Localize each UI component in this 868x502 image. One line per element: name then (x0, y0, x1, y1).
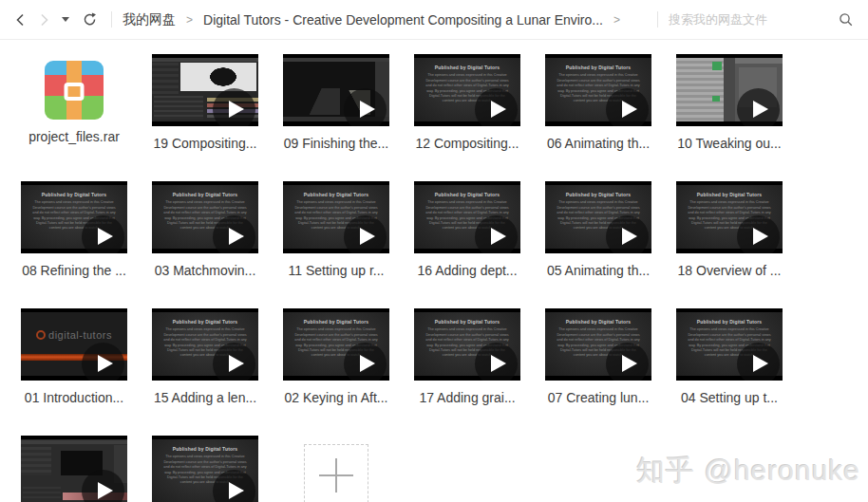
play-icon[interactable] (475, 343, 518, 381)
file-item: 10 Tweaking ou... (676, 54, 783, 152)
play-icon[interactable] (82, 343, 124, 381)
thumb-slide-title: Published by Digital Tutors (21, 192, 127, 197)
play-icon[interactable] (606, 343, 649, 381)
video-thumbnail[interactable]: Published by Digital Tutors The opinions… (545, 308, 651, 381)
play-icon[interactable] (82, 215, 124, 253)
thumb-slide-title: Published by Digital Tutors (283, 319, 389, 325)
file-item (21, 436, 127, 502)
thumb-slide-title: Published by Digital Tutors (283, 192, 389, 197)
rar-buckle (65, 83, 85, 101)
file-label: 04 Setting up t... (676, 390, 783, 405)
file-item (283, 436, 389, 502)
thumb-slide-title: Published by Digital Tutors (414, 319, 520, 325)
thumb-slide-title: Published by Digital Tutors (414, 65, 520, 70)
video-thumbnail[interactable]: Published by Digital Tutors The opinions… (152, 308, 258, 381)
file-label: project_files.rar (21, 129, 127, 144)
video-thumbnail[interactable] (21, 436, 127, 502)
file-label: 15 Adding a len... (152, 390, 258, 405)
thumb-slide-title: Published by Digital Tutors (152, 319, 258, 325)
play-icon[interactable] (213, 343, 255, 381)
file-label: 17 Adding grai... (414, 390, 520, 405)
breadcrumb: 我的网盘 > Digital Tutors - Creative Develop… (123, 11, 631, 28)
video-thumbnail[interactable]: Published by Digital Tutors The opinions… (283, 181, 389, 253)
file-grid: project_files.rar 19 Compositing... (0, 40, 784, 502)
file-item: Published by Digital Tutors The opinions… (545, 54, 651, 152)
video-thumbnail[interactable] (283, 54, 389, 126)
file-item: Published by Digital Tutors The opinions… (152, 436, 258, 502)
file-item: Published by Digital Tutors The opinions… (21, 181, 127, 279)
video-thumbnail[interactable]: Published by Digital Tutors The opinions… (414, 308, 520, 381)
file-label: 07 Creating lun... (545, 390, 651, 405)
file-item: digital-tutors 01 Introduction... (21, 308, 127, 406)
video-thumbnail[interactable]: Published by Digital Tutors The opinions… (414, 181, 520, 253)
file-label: 06 Animating th... (545, 136, 651, 151)
video-thumbnail[interactable]: Published by Digital Tutors The opinions… (545, 181, 651, 253)
history-dropdown-button[interactable] (55, 9, 78, 31)
back-button[interactable] (9, 9, 32, 31)
video-thumbnail[interactable]: digital-tutors (21, 308, 127, 381)
file-label: 08 Refining the ... (21, 263, 127, 278)
file-item: 19 Compositing... (152, 54, 258, 152)
rar-archive-icon[interactable] (45, 61, 104, 120)
video-thumbnail[interactable] (152, 54, 258, 126)
video-thumbnail[interactable]: Published by Digital Tutors The opinions… (152, 436, 258, 502)
thumb-slide-title: Published by Digital Tutors (545, 65, 651, 70)
play-icon[interactable] (606, 88, 649, 126)
play-icon[interactable] (344, 343, 387, 381)
file-item: Published by Digital Tutors The opinions… (545, 308, 651, 406)
top-toolbar: 我的网盘 > Digital Tutors - Creative Develop… (0, 0, 868, 40)
play-icon[interactable] (213, 88, 255, 126)
thumb-slide-title: Published by Digital Tutors (414, 192, 520, 197)
file-item: Published by Digital Tutors The opinions… (676, 308, 783, 406)
forward-button[interactable] (32, 9, 55, 31)
file-label: 05 Animating th... (545, 263, 651, 278)
breadcrumb-separator: > (613, 13, 620, 27)
search-input[interactable] (669, 12, 838, 27)
file-item: Published by Digital Tutors The opinions… (414, 54, 520, 152)
file-label: 01 Introduction... (21, 390, 127, 405)
file-label: 19 Compositing... (152, 136, 258, 151)
chevron-right-icon (36, 12, 51, 28)
toolbar-divider (111, 11, 112, 28)
add-upload-box[interactable] (304, 444, 368, 502)
breadcrumb-root[interactable]: 我的网盘 (123, 11, 176, 28)
play-icon[interactable] (475, 88, 518, 126)
thumb-slide-title: Published by Digital Tutors (152, 446, 258, 452)
file-label: 02 Keying in Aft... (283, 390, 389, 405)
search-icon[interactable] (838, 11, 855, 28)
play-icon[interactable] (344, 215, 387, 253)
video-thumbnail[interactable]: Published by Digital Tutors The opinions… (676, 181, 783, 253)
play-icon[interactable] (606, 215, 649, 253)
thumb-slide-title: Published by Digital Tutors (545, 192, 651, 197)
video-thumbnail[interactable]: Published by Digital Tutors The opinions… (283, 308, 389, 381)
refresh-icon (82, 11, 98, 28)
video-thumbnail[interactable]: Published by Digital Tutors The opinions… (414, 54, 520, 126)
video-thumbnail[interactable]: Published by Digital Tutors The opinions… (676, 308, 783, 381)
refresh-button[interactable] (78, 9, 101, 31)
file-item: Published by Digital Tutors The opinions… (152, 308, 258, 406)
file-item: Published by Digital Tutors The opinions… (545, 181, 651, 279)
thumb-slide-title: Published by Digital Tutors (676, 192, 783, 197)
play-icon[interactable] (737, 343, 780, 381)
video-thumbnail[interactable]: Published by Digital Tutors The opinions… (21, 181, 127, 253)
video-thumbnail[interactable]: Published by Digital Tutors The opinions… (152, 181, 258, 253)
file-label: 11 Setting up r... (283, 263, 389, 278)
file-item: Published by Digital Tutors The opinions… (414, 181, 520, 279)
play-icon[interactable] (213, 215, 255, 253)
file-item: project_files.rar (21, 54, 127, 152)
play-icon[interactable] (737, 88, 780, 126)
file-label: 16 Adding dept... (414, 263, 520, 278)
file-item: 09 Finishing the... (283, 54, 389, 152)
play-icon[interactable] (344, 88, 387, 126)
play-icon[interactable] (475, 215, 518, 253)
video-thumbnail[interactable]: Published by Digital Tutors The opinions… (545, 54, 651, 126)
play-icon[interactable] (737, 215, 780, 253)
thumb-slide-title: Published by Digital Tutors (545, 319, 651, 325)
search-divider (657, 11, 658, 28)
file-item: Published by Digital Tutors The opinions… (283, 308, 389, 406)
file-item: Published by Digital Tutors The opinions… (283, 181, 389, 279)
breadcrumb-separator: > (186, 13, 193, 27)
video-thumbnail[interactable] (676, 54, 783, 126)
file-label: 18 Overview of ... (676, 263, 783, 278)
breadcrumb-current-folder[interactable]: Digital Tutors - Creative Development Co… (203, 12, 603, 28)
